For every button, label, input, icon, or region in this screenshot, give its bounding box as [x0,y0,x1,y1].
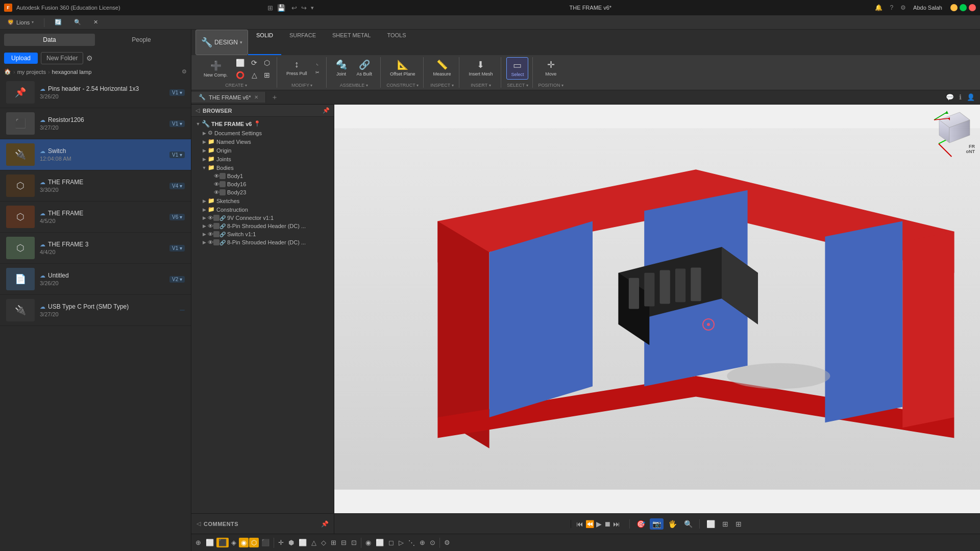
file-item[interactable]: 📄☁ Untitled3/26/20V2 ▾ [0,264,191,295]
file-version-badge[interactable]: V1 ▾ [169,120,185,127]
tree-item[interactable]: ▶📁Construction [191,205,334,214]
visibility-icon[interactable]: 👁 [208,223,213,229]
refresh-btn[interactable]: 🔄 [52,18,65,27]
tab-people[interactable]: People [96,34,187,46]
tab-tools[interactable]: TOOLS [379,30,414,55]
file-version-badge[interactable] [180,310,185,311]
new-folder-button[interactable]: New Folder [41,52,83,64]
snap-tool-2[interactable]: ⬜ [204,538,216,547]
file-item[interactable]: ⬡☁ THE FRAME4/5/20V6 ▾ [0,202,191,233]
document-tab[interactable]: 🔧 THE FRAME v6* ✕ [191,92,266,103]
snap-tool-20[interactable]: ⋱ [406,538,417,547]
visibility-icon[interactable]: 👁 [214,173,219,179]
comments-collapse-icon[interactable]: ◁ [197,520,201,527]
snap-tool-9[interactable]: ⬢ [286,538,296,547]
playback-start-btn[interactable]: ⏮ [576,520,583,528]
tree-checkbox[interactable] [213,239,219,245]
select-btn[interactable]: ▭ Select [506,57,528,80]
undo-icon[interactable]: ↩ [291,4,297,12]
visibility-icon[interactable]: 👁 [208,239,213,245]
snap-tool-14[interactable]: ⊟ [339,538,349,547]
tree-item[interactable]: 👁Body23 [191,188,334,196]
account-icon[interactable]: 👤 [967,93,975,101]
offset-plane-btn[interactable]: 📐 Offset Plane [386,57,419,79]
close-doc-tab-icon[interactable]: ✕ [254,94,258,100]
snap-tool-18[interactable]: ◻ [386,538,396,547]
snap-tool-1[interactable]: ⊕ [193,538,203,547]
view-pan-btn[interactable]: 🖐 [666,518,679,530]
notification-icon[interactable]: 🔔 [875,4,883,11]
file-version-badge[interactable]: V2 ▾ [169,276,185,283]
search-btn[interactable]: 🔍 [71,18,84,27]
file-item[interactable]: ⬡☁ THE FRAME 34/4/20V1 ▾ [0,233,191,264]
add-doc-tab-button[interactable]: ＋ [266,91,283,104]
snap-tool-13[interactable]: ⊞ [329,538,338,547]
loft-btn[interactable]: △ [249,69,260,81]
tree-item[interactable]: ▼📁Bodies [191,163,334,172]
maximize-button[interactable] [960,4,967,11]
playback-end-btn[interactable]: ⏭ [613,520,620,528]
browser-pin-icon[interactable]: 📌 [323,107,330,114]
file-version-badge[interactable]: V1 ▾ [169,152,185,158]
snap-tool-19[interactable]: ▷ [397,538,406,547]
file-item[interactable]: 🔌☁ Switch12:04:08 AMV1 ▾ [0,139,191,170]
sweep-btn[interactable]: ⟳ [249,57,260,68]
browser-collapse-icon[interactable]: ◁ [195,107,200,114]
create-new-component-btn[interactable]: ➕ New Comp. [200,58,232,80]
comments-pin-icon[interactable]: 📌 [321,520,329,528]
playback-prev-btn[interactable]: ⏪ [585,520,594,528]
file-item[interactable]: ⬡☁ THE FRAME3/30/20V4 ▾ [0,170,191,202]
design-dropdown-button[interactable]: 🔧 DESIGN ▾ [195,30,248,55]
file-version-badge[interactable]: V1 ▾ [169,89,185,96]
snap-tool-8[interactable]: ✛ [276,538,286,547]
snap-tool-21[interactable]: ⊕ [418,538,427,547]
sidebar-settings-icon[interactable]: ⚙ [86,54,93,62]
breadcrumb-settings-icon[interactable]: ⚙ [182,68,187,75]
chamfer-btn[interactable]: ✂ [313,68,322,77]
snap-tool-10[interactable]: ⬜ [297,538,309,547]
snap-tool-22[interactable]: ⊙ [428,538,437,547]
undo-dropdown[interactable]: ▾ [311,5,314,11]
root-pin-icon[interactable]: 📍 [254,120,261,127]
tree-item[interactable]: ▶👁🔗8-Pin Shrouded Header (DC) ... [191,238,334,246]
view-grid-btn[interactable]: ⊞ [720,518,731,530]
tab-sheet-metal[interactable]: SHEET METAL [324,30,379,55]
help-icon[interactable]: ? [890,4,893,11]
viewport[interactable]: FRoNT [334,105,980,513]
shell-btn[interactable]: ⬡ [261,57,273,68]
snap-tool-3[interactable]: ⬛ [216,538,229,547]
visibility-icon[interactable]: 👁 [208,215,213,221]
file-item[interactable]: 📌☁ Pins header - 2.54 Horizontal 1x33/26… [0,77,191,108]
file-version-badge[interactable]: V6 ▾ [169,214,185,220]
view-cube-front-label[interactable]: FRoNT [966,144,975,155]
playback-play-btn[interactable]: ▶ [596,520,602,528]
tree-arrow-icon[interactable]: ▶ [201,198,208,204]
revolve-btn[interactable]: ⭕ [233,69,247,81]
tree-checkbox[interactable] [213,223,219,229]
view-camera-btn[interactable]: 📷 [650,518,664,530]
playback-stop-btn[interactable]: ⏹ [604,520,611,528]
view-display-btn[interactable]: ⬜ [704,518,718,530]
tree-item[interactable]: ▶📁Origin [191,146,334,155]
snap-more-btn[interactable]: ⚙ [442,538,452,547]
close-button[interactable] [969,4,976,11]
tree-checkbox[interactable] [219,181,226,187]
fillet-btn[interactable]: ◟ [313,59,322,67]
snap-tool-16[interactable]: ◉ [363,538,373,547]
tree-arrow-icon[interactable]: ▶ [201,240,208,245]
visibility-icon[interactable]: 👁 [214,189,219,195]
tree-item[interactable]: 👁Body1 [191,172,334,180]
browser-root-item[interactable]: ▼ 🔧 THE FRAME v6 📍 [191,119,334,129]
move-btn[interactable]: ✛ Move [541,57,560,79]
view-cube[interactable]: FRoNT [934,110,975,156]
tab-data[interactable]: Data [4,34,95,46]
home-icon[interactable]: 🏠 [4,68,11,75]
tree-arrow-icon[interactable]: ▶ [201,131,208,136]
tree-item[interactable]: ▶👁🔗8-Pin Shrouded Header (DC) ... [191,222,334,230]
tree-item[interactable]: 👁Body16 [191,180,334,188]
snap-tool-12[interactable]: ◇ [319,538,328,547]
pattern-btn[interactable]: ⊞ [261,69,273,81]
extrude-btn[interactable]: ⬜ [233,57,247,68]
joint-btn[interactable]: 🔩 Joint [332,57,351,79]
tree-arrow-icon[interactable]: ▶ [201,207,208,212]
